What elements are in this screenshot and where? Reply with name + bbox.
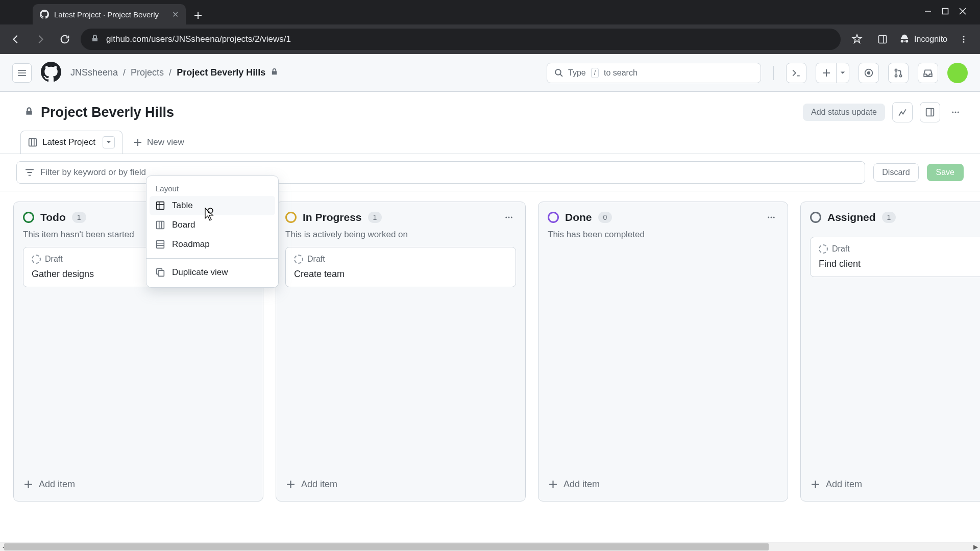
plus-icon — [811, 480, 820, 489]
filter-icon — [25, 168, 34, 177]
add-item-button[interactable]: Add item — [810, 476, 980, 493]
close-window-button[interactable] — [959, 7, 967, 17]
column-description: This is actively being worked on — [285, 230, 516, 240]
duplicate-icon — [156, 268, 165, 277]
new-view-button[interactable]: New view — [126, 132, 192, 153]
project-details-button[interactable] — [920, 102, 940, 122]
close-tab-icon[interactable]: ✕ — [172, 10, 179, 19]
column-title: In Progress — [303, 211, 362, 223]
column-count: 1 — [882, 212, 896, 223]
svg-rect-31 — [158, 270, 164, 276]
breadcrumb-current[interactable]: Project Beverly Hills — [177, 67, 265, 78]
breadcrumb-user[interactable]: JNSsheena — [70, 67, 118, 78]
side-panel-button[interactable] — [873, 30, 892, 48]
insights-button[interactable] — [892, 102, 913, 122]
draft-icon — [32, 255, 41, 264]
github-logo[interactable] — [41, 62, 61, 84]
dropdown-item-label: Roadmap — [172, 239, 210, 249]
view-tab-active[interactable]: Latest Project — [20, 131, 122, 154]
search-input[interactable]: Type / to search — [547, 63, 761, 83]
new-view-label: New view — [147, 137, 184, 147]
svg-point-21 — [511, 217, 512, 218]
filter-input[interactable]: Filter by keyword or by field — [16, 161, 865, 184]
new-tab-button[interactable] — [189, 6, 207, 24]
horizontal-scrollbar[interactable]: ◀ ▶ — [0, 542, 980, 551]
minimize-button[interactable] — [924, 7, 932, 17]
svg-point-23 — [771, 217, 772, 218]
column-count: 0 — [598, 212, 612, 223]
plus-icon — [286, 480, 295, 489]
status-circle-icon — [23, 212, 34, 223]
add-item-button[interactable]: Add item — [548, 476, 778, 493]
column-assigned: Assigned 1 Draft Find client Add item — [800, 202, 980, 502]
back-button[interactable] — [7, 31, 24, 48]
draft-icon — [294, 255, 303, 264]
svg-rect-1 — [879, 36, 887, 43]
column-done: Done 0 This has been completed Add item — [538, 202, 788, 502]
add-status-update-button[interactable]: Add status update — [803, 104, 885, 121]
column-count: 1 — [72, 212, 86, 223]
scroll-right-button[interactable]: ▶ — [971, 542, 980, 551]
svg-rect-0 — [943, 9, 948, 14]
browser-menu-button[interactable] — [954, 30, 973, 48]
card-title: Find client — [819, 259, 980, 269]
page-title: Project Beverly Hills — [41, 105, 174, 120]
svg-point-3 — [963, 39, 965, 40]
column-menu-button[interactable] — [764, 210, 778, 224]
svg-point-10 — [899, 74, 901, 77]
scrollbar-thumb[interactable] — [4, 543, 769, 550]
view-tab-caret[interactable] — [103, 136, 115, 148]
svg-point-7 — [868, 71, 870, 74]
command-palette-button[interactable] — [786, 63, 806, 83]
browser-chrome: Latest Project · Project Beverly ✕ githu… — [0, 0, 980, 54]
maximize-button[interactable] — [941, 7, 949, 17]
svg-point-24 — [773, 217, 775, 218]
project-menu-button[interactable] — [947, 102, 964, 122]
svg-point-13 — [955, 112, 957, 113]
add-item-label: Add item — [39, 479, 75, 490]
browser-tab[interactable]: Latest Project · Project Beverly ✕ — [33, 4, 186, 24]
incognito-label: Incognito — [914, 35, 947, 44]
omnibox[interactable]: github.com/users/JNSsheena/projects/2/vi… — [81, 29, 841, 50]
issues-button[interactable] — [859, 63, 879, 83]
status-circle-icon — [810, 212, 821, 223]
card[interactable]: Draft Find client — [810, 237, 980, 277]
column-menu-button[interactable] — [502, 210, 516, 224]
svg-rect-28 — [157, 202, 164, 210]
lock-icon — [91, 34, 99, 45]
svg-point-19 — [505, 217, 507, 218]
reload-button[interactable] — [56, 31, 74, 48]
svg-point-8 — [895, 69, 897, 71]
add-item-button[interactable]: Add item — [23, 476, 254, 493]
add-item-button[interactable]: Add item — [285, 476, 516, 493]
layout-table-option[interactable]: Table — [150, 196, 275, 215]
avatar[interactable] — [947, 63, 968, 83]
column-title: Todo — [40, 211, 66, 223]
svg-point-4 — [963, 41, 965, 43]
duplicate-view-option[interactable]: Duplicate view — [146, 263, 278, 282]
breadcrumb-projects[interactable]: Projects — [131, 67, 164, 78]
roadmap-icon — [156, 240, 165, 249]
svg-point-20 — [508, 217, 510, 218]
inbox-button[interactable] — [918, 63, 938, 83]
status-circle-icon — [285, 212, 297, 223]
discard-button[interactable]: Discard — [873, 163, 918, 182]
svg-point-5 — [555, 69, 561, 75]
search-placeholder-pre: Type — [568, 68, 586, 78]
board-icon — [156, 220, 165, 230]
incognito-badge: Incognito — [899, 34, 947, 45]
column-title: Assigned — [827, 211, 876, 223]
status-circle-icon — [548, 212, 559, 223]
layout-board-option[interactable]: Board — [146, 215, 278, 235]
window-controls — [915, 0, 976, 24]
forward-button[interactable] — [32, 31, 49, 48]
pull-requests-button[interactable] — [888, 63, 909, 83]
save-button[interactable]: Save — [927, 164, 964, 181]
layout-roadmap-option[interactable]: Roadmap — [146, 235, 278, 254]
tab-title: Latest Project · Project Beverly — [54, 10, 167, 19]
hamburger-button[interactable] — [12, 63, 32, 83]
search-kbd: / — [591, 68, 599, 78]
card[interactable]: Draft Create team — [285, 247, 516, 287]
bookmark-button[interactable] — [848, 30, 866, 48]
create-new-dropdown[interactable] — [816, 63, 849, 83]
